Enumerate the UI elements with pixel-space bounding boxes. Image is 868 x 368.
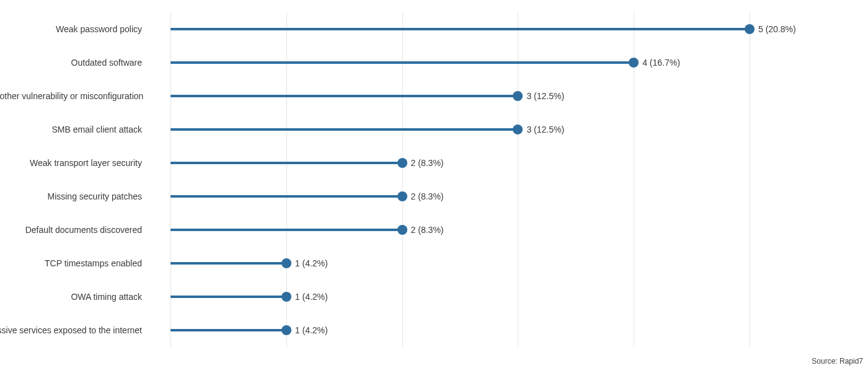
data-label: 3 (12.5%) xyxy=(526,91,564,101)
bar-dot xyxy=(513,125,523,134)
data-row: Missing security patches2 (8.3%) xyxy=(170,190,843,203)
bar-dot xyxy=(281,325,291,335)
bar-stem xyxy=(170,329,286,331)
bar-stem xyxy=(170,296,286,298)
category-label: OWA timing attack xyxy=(0,292,142,302)
data-label: 2 (8.3%) xyxy=(411,191,444,201)
data-row: Weak transport layer security2 (8.3%) xyxy=(170,157,843,169)
bar-stem xyxy=(170,28,750,30)
bar-dot xyxy=(281,292,291,302)
bar-stem xyxy=(170,162,402,164)
data-label: 4 (16.7%) xyxy=(642,58,680,68)
data-row: Excessive services exposed to the intern… xyxy=(170,324,843,336)
category-label: Some other vulnerability or misconfigura… xyxy=(0,91,142,101)
data-label: 3 (12.5%) xyxy=(526,125,564,134)
category-label: Outdated software xyxy=(0,58,142,68)
data-row: Some other vulnerability or misconfigura… xyxy=(170,90,843,102)
bar-dot xyxy=(281,258,291,268)
chart: Weak password policy5 (20.8%)Outdated so… xyxy=(0,0,868,368)
data-row: Default documents discovered2 (8.3%) xyxy=(170,224,843,236)
plot-area: Weak password policy5 (20.8%)Outdated so… xyxy=(170,12,843,347)
bar-dot xyxy=(397,158,407,168)
category-label: Default documents discovered xyxy=(0,225,142,235)
data-label: 1 (4.2%) xyxy=(295,292,328,302)
data-row: TCP timestamps enabled1 (4.2%) xyxy=(170,257,843,269)
bar-dot xyxy=(397,191,407,201)
bar-stem xyxy=(170,262,286,265)
category-label: Weak transport layer security xyxy=(0,158,142,168)
bar-dot xyxy=(745,24,755,34)
bar-dot xyxy=(513,91,523,101)
data-row: Weak password policy5 (20.8%) xyxy=(170,23,843,35)
data-row: SMB email client attack3 (12.5%) xyxy=(170,123,843,136)
category-label: Missing security patches xyxy=(0,191,142,201)
source-footer: Source: Rapid7 xyxy=(812,357,863,366)
data-row: OWA timing attack1 (4.2%) xyxy=(170,291,843,303)
bar-stem xyxy=(170,229,402,231)
data-label: 1 (4.2%) xyxy=(295,258,328,268)
data-label: 5 (20.8%) xyxy=(758,24,796,34)
category-label: Excessive services exposed to the intern… xyxy=(0,325,142,335)
category-label: SMB email client attack xyxy=(0,125,142,134)
bar-stem xyxy=(170,128,518,131)
category-label: TCP timestamps enabled xyxy=(0,258,142,268)
data-label: 2 (8.3%) xyxy=(411,158,444,168)
category-label: Weak password policy xyxy=(0,24,142,34)
bar-dot xyxy=(397,225,407,235)
bar-stem xyxy=(170,95,518,97)
data-label: 2 (8.3%) xyxy=(411,225,444,235)
data-row: Outdated software4 (16.7%) xyxy=(170,56,843,69)
bar-stem xyxy=(170,61,634,64)
data-label: 1 (4.2%) xyxy=(295,325,328,335)
bar-dot xyxy=(629,58,639,68)
bar-stem xyxy=(170,195,402,198)
